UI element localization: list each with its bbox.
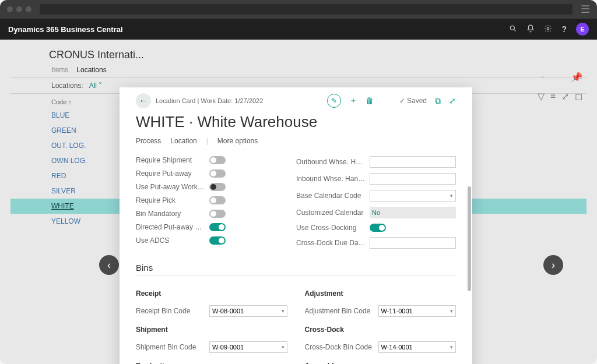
scrollbar[interactable] (468, 186, 471, 291)
form-col-right: Outbound Whse. Han...Inbound Whse. Handl… (296, 156, 456, 249)
chevron-down-icon: ▾ (282, 344, 285, 350)
bell-icon[interactable] (526, 24, 535, 34)
bg-toolbar-bottom: ▽ ≡ ⤢ ◻ (538, 91, 582, 102)
url-bar[interactable] (40, 4, 573, 15)
tab-location[interactable]: Location (170, 137, 196, 145)
chevron-down-icon: ▾ (450, 308, 453, 314)
chevron-down-icon[interactable]: ˅ (541, 76, 545, 83)
chevron-down-icon: ▾ (450, 193, 453, 199)
back-button[interactable]: ← (136, 93, 151, 108)
form-row: Cross-Dock Bin CodeW-14-0001▾ (305, 341, 456, 353)
form-row: Outbound Whse. Han... (296, 156, 456, 168)
form-row: Use Put-away Works... (136, 183, 279, 191)
tab-locations[interactable]: Locations (76, 66, 106, 74)
form-row: Customized CalendarNo (296, 207, 456, 218)
select-input[interactable]: W-14-0001▾ (378, 341, 456, 353)
field-label: Cross-Dock Due Date... (296, 239, 366, 247)
select-input[interactable]: ▾ (370, 190, 456, 202)
field-label: Use Put-away Works... (136, 183, 206, 191)
window-dot[interactable] (26, 6, 31, 12)
bins-col-right: AdjustmentAdjustment Bin CodeW-11-0001▾C… (305, 286, 456, 364)
popout-icon[interactable]: ⧉ (435, 96, 441, 106)
select-input[interactable]: W-08-0001▾ (209, 305, 287, 317)
select-input[interactable]: W-11-0001▾ (378, 305, 456, 317)
form-row: Use Cross-Docking (296, 224, 456, 232)
pin-icon[interactable]: 📌 (571, 72, 582, 83)
group-title: Receipt (136, 289, 287, 298)
form-row: Receipt Bin CodeW-08-0001▾ (136, 305, 287, 317)
readonly-value: No (370, 207, 456, 218)
app-header: Dynamics 365 Business Central ? E (0, 19, 597, 40)
field-label: Require Shipment (136, 156, 206, 164)
card-tabs: Process Location | More options (136, 137, 456, 150)
text-input[interactable] (370, 173, 456, 185)
form-col-left: Require ShipmentRequire Put-awayUse Put-… (136, 156, 279, 249)
divider: | (206, 137, 208, 145)
avatar[interactable]: E (576, 23, 589, 36)
toggle[interactable] (209, 236, 226, 245)
svg-line-1 (514, 29, 516, 31)
edit-button[interactable]: ✎ (327, 94, 341, 108)
filter-label: Locations: (51, 82, 83, 90)
card-header: ← Location Card | Work Date: 1/27/2022 ✎… (136, 93, 456, 112)
field-label: Require Put-away (136, 169, 206, 178)
form-row: Use ADCS (136, 236, 279, 245)
field-label: Outbound Whse. Han... (296, 158, 366, 166)
chevron-down-icon: ▾ (450, 344, 453, 350)
bg-toolbar-chev: ˅ (541, 76, 545, 83)
select-input[interactable]: W-09-0001▾ (209, 341, 287, 353)
toggle[interactable] (209, 156, 226, 164)
chevron-down-icon: ▾ (282, 308, 285, 314)
bins-section-title: Bins (136, 257, 456, 275)
new-button[interactable]: ＋ (349, 96, 357, 106)
field-label: Use Cross-Docking (296, 224, 366, 232)
tab-items[interactable]: Items (51, 66, 68, 74)
tab-more-options[interactable]: More options (217, 137, 258, 145)
app-title: Dynamics 365 Business Central (8, 25, 123, 34)
expand-icon[interactable]: ⤢ (561, 91, 569, 102)
card-title: WHITE · White Warehouse (136, 113, 456, 131)
form-row: Require Pick (136, 196, 279, 204)
company-name[interactable]: CRONUS Internati... (8, 45, 589, 65)
bins-col-left: ReceiptReceipt Bin CodeW-08-0001▾Shipmen… (136, 286, 287, 364)
filter-icon[interactable]: ▽ (538, 91, 545, 102)
form-grid: Require ShipmentRequire Put-awayUse Put-… (136, 150, 456, 257)
field-label: Bin Mandatory (136, 210, 206, 218)
hamburger-icon[interactable]: ☰ (581, 3, 590, 16)
group-title: Shipment (136, 326, 287, 334)
tab-process[interactable]: Process (136, 137, 161, 145)
delete-button[interactable]: 🗑 (366, 96, 374, 105)
location-card: ← Location Card | Work Date: 1/27/2022 ✎… (120, 87, 472, 364)
saved-indicator: ✓ Saved (399, 97, 427, 105)
form-row: Shipment Bin CodeW-09-0001▾ (136, 341, 287, 353)
search-icon[interactable] (509, 24, 517, 34)
toggle[interactable] (209, 183, 226, 191)
group-title: Production (136, 362, 287, 364)
toggle[interactable] (209, 196, 226, 204)
bg-pin-wrap: 📌 (571, 72, 582, 83)
text-input[interactable] (370, 156, 456, 168)
toggle[interactable] (209, 169, 226, 178)
text-input[interactable] (370, 237, 456, 249)
card-actions: ✎ ＋ 🗑 ✓ Saved ⧉ ⤢ (327, 94, 456, 108)
field-label: Receipt Bin Code (136, 307, 206, 315)
form-row: Base Calendar Code▾ (296, 190, 456, 202)
help-icon[interactable]: ? (561, 24, 567, 34)
browser-chrome: ☰ (0, 0, 597, 19)
window-dot[interactable] (7, 6, 13, 12)
next-record-button[interactable]: › (543, 255, 563, 275)
filter-value[interactable]: All ˅ (89, 82, 103, 90)
toggle[interactable] (370, 224, 386, 232)
bookmark-icon[interactable]: ◻ (575, 91, 582, 102)
fullscreen-icon[interactable]: ⤢ (449, 96, 456, 105)
prev-record-button[interactable]: ‹ (99, 255, 119, 275)
list-icon[interactable]: ≡ (550, 91, 556, 102)
toggle[interactable] (209, 210, 226, 218)
form-row: Require Put-away (136, 169, 279, 178)
toggle[interactable] (209, 223, 226, 231)
form-row: Directed Put-away an... (136, 223, 279, 231)
gear-icon[interactable] (544, 24, 552, 34)
field-label: Adjustment Bin Code (305, 307, 375, 315)
window-dot[interactable] (16, 6, 22, 12)
form-row: Bin Mandatory (136, 210, 279, 218)
